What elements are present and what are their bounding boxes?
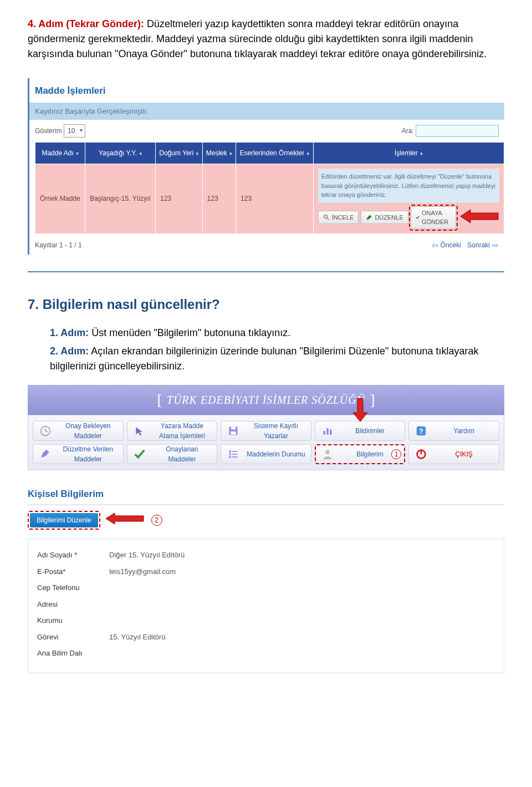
menu-maddelerin-durumu[interactable]: Maddelerin Durumu [221,444,311,464]
search-input[interactable] [416,125,499,137]
bracket-left-icon: [ [152,388,166,412]
screenshot-madde-islemleri: Madde İşlemleri Kaydınız Başarıyla Gerçe… [28,78,504,255]
records-table: Madde Adı▾ Yaşadığı Y.Y.♦ Doğum Yeri♦ Me… [35,142,504,234]
pencil-icon [366,214,372,221]
power-icon [413,446,429,462]
app-title: TÜRK EDEBİYATI İSİMLER SÖZLÜĞÜ [167,392,365,408]
show-control: Gösterim 10 [35,124,85,138]
menu-label: Yazara Madde Atama İşlemleri [152,421,213,441]
section-7-heading: 7. Bilgilerim nasıl güncellenir? [28,295,504,314]
value-adi-soyadi: Diğer 15. Yüzyıl Editörü [109,550,185,561]
col-dogum-yeri[interactable]: Doğum Yeri♦ [156,143,203,164]
pager-prev-icon[interactable]: ⇦ [432,240,438,251]
menu-bilgilerim[interactable]: Bilgilerim 1 [315,444,406,464]
magnifier-icon [323,214,330,221]
duzenle-label: DÜZENLE [375,213,403,222]
col-madde-adi[interactable]: Madde Adı▾ [35,143,85,164]
onaya-gonder-button[interactable]: ONAYA GÖNDER [411,206,456,229]
menu-cikis[interactable]: ÇIKIŞ [408,444,499,464]
menu-yazara-atama[interactable]: Yazara Madde Atama İşlemleri [127,421,218,441]
success-message: Kaydınız Başarıyla Gerçekleşmiştir. [29,103,504,120]
label-adi-soyadi: Adı Soyadı * [37,550,109,561]
svg-rect-18 [232,456,238,458]
step1-text: Üst menüden "Bilgilerim" butonuna tıklay… [91,327,290,338]
menu-onay-bekleyen[interactable]: Onay Bekleyen Maddeler [33,421,124,441]
show-select[interactable]: 10 [64,124,85,138]
menu-sisteme-kayitli[interactable]: Sisteme Kayıtlı Yazarlar [221,421,311,441]
col-meslek[interactable]: Meslek♦ [202,143,236,164]
label-kurumu: Kurumu [37,615,109,626]
pager-next[interactable]: Sonraki [467,240,490,250]
cell-madde-adi: Örnek Madde [35,164,85,234]
svg-rect-14 [229,453,231,455]
menu-yardim[interactable]: ? Yardım [408,421,499,441]
menu-label: Yardım [433,426,494,436]
svg-line-1 [326,218,329,220]
onaya-label: ONAYA GÖNDER [422,209,451,227]
svg-rect-9 [330,429,331,434]
pager-info: Kayıtlar 1 - 1 / 1 [35,240,82,250]
edit-icon [38,446,53,462]
menu-label: Sisteme Kayıtlı Yazarlar [245,421,306,441]
label-adresi: Adresi [37,599,109,610]
sort-icon: ♦ [196,150,198,156]
pointer-icon [132,423,147,439]
top-menu: Onay Bekleyen Maddeler Yazara Madde Atam… [28,415,504,470]
search-label: Ara: [402,127,414,135]
menu-bildirimler[interactable]: Bildirimler [315,421,406,441]
menu-onaylanan[interactable]: Onaylanan Maddeler [127,444,218,464]
sort-icon: ♦ [420,150,423,156]
menu-label: Onay Bekleyen Maddeler [58,421,119,441]
svg-rect-16 [232,451,238,452]
cell-ops: Editörden düzeltmeniz var. İlgili düzelt… [313,164,504,234]
info-box: Adı Soyadı *Diğer 15. Yüzyıl Editörü E-P… [28,539,504,673]
kisi-title: Kişisel Bilgilerim [28,487,504,506]
svg-marker-22 [106,513,144,524]
col-eserlerinden[interactable]: Eserlerinden Örnekler♦ [236,143,314,164]
sort-icon: ♦ [139,150,142,156]
menu-label: Maddelerin Durumu [245,449,306,459]
sort-icon: ♦ [229,150,232,156]
save-icon [226,423,241,439]
show-label: Gösterim [35,127,62,135]
step1-paragraph: 1. Adım: Üst menüden "Bilgilerim" butonu… [50,326,504,341]
label-eposta: E-Posta* [37,566,109,577]
step4-paragraph: 4. Adım (Tekrar Gönder): Düzeltmeleri ya… [28,17,504,62]
incele-button[interactable]: İNCELE [318,211,359,225]
user-icon [320,446,335,462]
cell-dogum: 123 [156,164,203,234]
kisisel-bilgilerim-panel: Kişisel Bilgilerim Bilgilerimi Düzenle 2… [28,487,504,673]
col-islemler[interactable]: İşlemler♦ [313,143,504,164]
callout-badge-2: 2 [151,515,162,526]
edit-button-highlight: Bilgilerimi Düzenle [28,511,100,530]
callout-arrow-icon [106,512,145,529]
value-eposta: teis15yy@gmail.com [109,566,176,577]
step2-paragraph: 2. Adım: Açılan ekrandan bilgilerinizin … [50,344,504,374]
check-icon [416,214,420,221]
search-control: Ara: [402,125,499,137]
sort-icon: ▾ [76,150,79,156]
svg-rect-15 [229,456,231,458]
menu-duzeltme-verilen[interactable]: Düzeltme Verilen Maddeler [33,444,124,464]
svg-rect-8 [326,428,328,435]
table-row: Örnek Madde Başlangıç-15. Yüzyıl 123 123… [35,164,504,234]
menu-label: ÇIKIŞ [433,449,494,459]
step1-label: 1. Adım: [50,327,89,338]
help-icon: ? [413,423,429,439]
callout-arrow-icon [461,209,499,227]
label-anabilim: Ana Bilim Dalı [37,648,109,659]
separator [28,271,504,272]
bilgilerimi-duzenle-button[interactable]: Bilgilerimi Düzenle [30,513,98,527]
label-cep: Cep Telefonu [37,582,109,593]
duzenle-button[interactable]: DÜZENLE [361,211,408,225]
panel-title: Madde İşlemleri [29,84,504,103]
svg-rect-5 [231,426,236,429]
pager-next-icon[interactable]: ⇨ [492,240,499,251]
col-yasadigi-yy[interactable]: Yaşadığı Y.Y.♦ [85,143,156,164]
check-icon [132,446,147,462]
pager-prev[interactable]: Önceki [441,240,461,250]
value-gorevi: 15. Yüzyıl Editörü [109,632,166,643]
screenshot-bilgilerim: [ TÜRK EDEBİYATI İSİMLER SÖZLÜĞÜ ] Onay … [28,385,504,673]
ops-message: Editörden düzeltmeniz var. İlgili düzelt… [318,169,499,203]
sort-icon: ♦ [306,150,309,156]
